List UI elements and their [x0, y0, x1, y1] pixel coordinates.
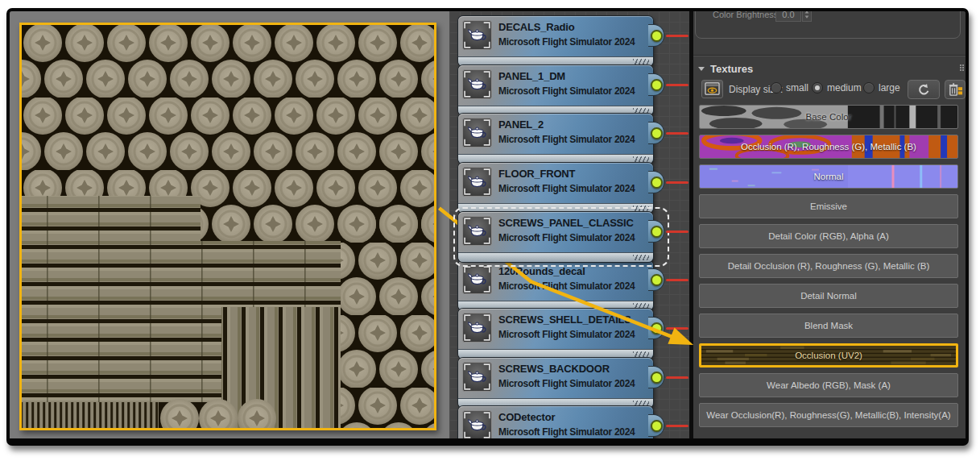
material-node-screws-backdoor[interactable]: SCREWS_BACKDOOR Microsoft Flight Simulat… [458, 358, 653, 408]
connection-wire [666, 376, 688, 379]
output-socket[interactable] [651, 274, 663, 286]
display-size-medium-option[interactable]: medium [812, 82, 862, 93]
material-editor-window: DECALS_Radio Microsoft Flight Simulator … [6, 8, 969, 446]
material-node-floor-front[interactable]: FLOOR_FRONT Microsoft Flight Simulator 2… [458, 163, 653, 213]
material-parameters-panel: Color Brightness 0.0 Textures Display si… [693, 11, 966, 438]
texture-slot-occlusion-uv2[interactable]: Occlusion (UV2) [699, 343, 958, 368]
node-subtitle: Microsoft Flight Simulator 2024 [498, 183, 635, 194]
triangle-down-icon[interactable] [698, 67, 705, 71]
texture-slot-detail-color[interactable]: Detail Color (RGB), Alpha (A) [699, 224, 958, 248]
output-socket[interactable] [651, 322, 663, 334]
node-title: PANEL_2 [498, 118, 544, 131]
connection-wire [666, 35, 688, 37]
texture-slot-wear-occlusion[interactable]: Wear Occlusion(R), Roughness(G), Metalli… [699, 403, 958, 427]
screws-texture-image [22, 25, 434, 428]
teapot-icon [462, 167, 492, 197]
connection-wire [666, 327, 688, 330]
material-node-decals-radio[interactable]: DECALS_Radio Microsoft Flight Simulator … [458, 16, 653, 66]
output-socket[interactable] [651, 226, 663, 238]
material-node-120rounds-decal[interactable]: 120Rounds_decal Microsoft Flight Simulat… [458, 260, 653, 310]
textures-toolbar: Display size: small medium large [693, 80, 966, 101]
teapot-icon [462, 118, 492, 147]
color-brightness-group: Color Brightness 0.0 [695, 8, 961, 39]
node-subtitle: Microsoft Flight Simulator 2024 [498, 232, 635, 243]
node-title: PANEL_1_DM [498, 70, 565, 82]
material-node-graph[interactable]: DECALS_Radio Microsoft Flight Simulator … [449, 11, 689, 438]
texture-slot-detail-occlusion-roughness-metallic[interactable]: Detail Occlusion (R), Roughness (G), Met… [699, 254, 958, 278]
display-size-small-option[interactable]: small [771, 82, 808, 93]
material-node-panel-1-dm[interactable]: PANEL_1_DM Microsoft Flight Simulator 20… [458, 65, 653, 115]
radio-small[interactable] [771, 82, 782, 93]
teapot-icon [462, 410, 492, 440]
output-socket[interactable] [651, 372, 663, 384]
texture-slot-occlusion-roughness-metallic[interactable]: Occlusion (R), Roughness (G), Metallic (… [699, 135, 958, 159]
connection-wire [666, 279, 688, 281]
node-subtitle: Microsoft Flight Simulator 2024 [498, 36, 635, 48]
node-subtitle: Microsoft Flight Simulator 2024 [498, 134, 635, 145]
texture-preview-pane [10, 11, 449, 438]
refresh-icon [917, 83, 931, 97]
node-resize-grip[interactable] [458, 252, 653, 262]
texture-slot-normal[interactable]: Normal [699, 164, 958, 189]
rollout-grip-dots [960, 64, 961, 66]
texture-slot-base-color[interactable]: Base Color [699, 105, 958, 129]
teapot-icon [462, 69, 492, 99]
node-subtitle: Microsoft Flight Simulator 2024 [498, 426, 635, 438]
node-title: DECALS_Radio [498, 21, 574, 33]
screenshot-page: DECALS_Radio Microsoft Flight Simulator … [0, 0, 980, 461]
radio-large[interactable] [863, 82, 875, 93]
teapot-icon [462, 20, 492, 50]
connection-wire [666, 132, 688, 135]
color-brightness-label: Color Brightness [713, 10, 778, 19]
node-title: SCREWS_SHELL_DETAILS [498, 314, 631, 326]
node-subtitle: Microsoft Flight Simulator 2024 [498, 378, 635, 389]
output-socket[interactable] [651, 177, 663, 189]
node-title: CODetector [498, 411, 555, 423]
node-title: SCREWS_BACKDOOR [498, 363, 610, 375]
node-subtitle: Microsoft Flight Simulator 2024 [498, 85, 635, 97]
delete-textures-button[interactable] [945, 80, 966, 99]
texture-slot-list: Base Color [699, 105, 958, 427]
texture-slot-blend-mask[interactable]: Blend Mask [699, 314, 958, 338]
output-socket[interactable] [651, 127, 663, 139]
texture-slot-wear-albedo[interactable]: Wear Albedo (RGB), Mask (A) [699, 373, 958, 397]
teapot-icon [462, 216, 492, 246]
trash-icon [948, 82, 963, 98]
material-node-screws-shell-details[interactable]: SCREWS_SHELL_DETAILS Microsoft Flight Si… [458, 309, 653, 359]
color-brightness-value: 0.0 [775, 8, 801, 22]
display-size-large-option[interactable]: large [863, 82, 900, 93]
teapot-icon [462, 313, 492, 343]
material-node-codetector[interactable]: CODetector Microsoft Flight Simulator 20… [458, 406, 653, 446]
textures-rollout-title: Textures [710, 63, 753, 75]
connection-wire [666, 425, 688, 427]
texture-slot-emissive[interactable]: Emissive [699, 194, 958, 218]
show-in-viewport-button[interactable] [701, 80, 723, 98]
teapot-icon [462, 362, 492, 392]
node-title: SCREWS_PANEL_CLASSIC [498, 217, 634, 229]
connection-wire [666, 181, 688, 184]
connection-wire [666, 230, 688, 233]
material-node-panel-2[interactable]: PANEL_2 Microsoft Flight Simulator 2024 [458, 114, 653, 164]
node-subtitle: Microsoft Flight Simulator 2024 [498, 329, 635, 340]
texture-preview-window[interactable] [19, 23, 436, 430]
teapot-icon [462, 264, 492, 294]
node-title: 120Rounds_decal [498, 265, 585, 277]
textures-rollout-header[interactable]: Textures [698, 62, 753, 75]
output-socket[interactable] [651, 420, 663, 432]
connection-wire [666, 84, 688, 86]
node-title: FLOOR_FRONT [498, 168, 575, 180]
texture-slot-detail-normal[interactable]: Detail Normal [699, 284, 958, 308]
material-node-screws-panel-classic[interactable]: SCREWS_PANEL_CLASSIC Microsoft Flight Si… [458, 212, 653, 262]
output-socket[interactable] [651, 30, 663, 42]
output-socket[interactable] [651, 79, 663, 91]
monitor-eye-icon [705, 82, 720, 96]
radio-medium[interactable] [812, 82, 823, 93]
refresh-textures-button[interactable] [908, 80, 940, 99]
spinner-arrows-icon [802, 8, 812, 22]
panel-separator [693, 55, 966, 56]
node-subtitle: Microsoft Flight Simulator 2024 [498, 280, 635, 292]
